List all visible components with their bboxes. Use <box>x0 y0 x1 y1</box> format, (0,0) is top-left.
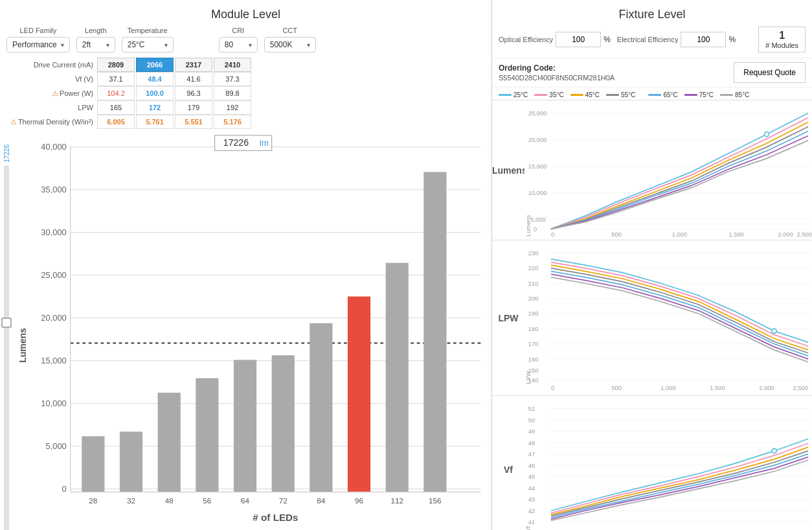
lpw-chart-row: LPW 230 220 210 200 190 180 170 160 150 … <box>492 240 812 395</box>
cri-select[interactable]: 80 ▾ <box>219 37 258 52</box>
power-label: ⚠Power (W) <box>6 86 97 100</box>
y-axis-label: Lumens <box>17 328 28 363</box>
legend-85c: 85°C <box>720 91 749 98</box>
bar-96[interactable] <box>348 297 370 492</box>
bar-64[interactable] <box>234 360 256 492</box>
slider-thumb[interactable] <box>1 317 12 328</box>
led-family-select[interactable]: Performance ▾ <box>6 37 70 52</box>
bar-48[interactable] <box>158 393 181 492</box>
svg-text:40,000: 40,000 <box>41 142 66 152</box>
lumens-label: Lumens <box>492 165 524 176</box>
svg-text:20,000: 20,000 <box>41 313 66 323</box>
svg-text:LPW: LPW <box>525 371 532 384</box>
temperature-select[interactable]: 25°C ▾ <box>122 37 174 52</box>
svg-point-106 <box>772 449 776 454</box>
temperature-arrow: ▾ <box>164 41 168 49</box>
lpw-chart: 230 220 210 200 190 180 170 160 150 140 <box>524 243 812 393</box>
legend-45c: 45°C <box>570 91 600 98</box>
modules-button[interactable]: 1 # Modules <box>758 27 806 52</box>
lpw-2410: 192 <box>214 100 251 115</box>
temperature-control: Temperature 25°C ▾ <box>122 27 174 52</box>
svg-text:200: 200 <box>528 296 539 303</box>
svg-text:49: 49 <box>528 428 535 435</box>
thermal-2317: 5.551 <box>175 115 212 129</box>
lpw-2066: 172 <box>136 100 174 115</box>
svg-text:15,000: 15,000 <box>528 163 547 170</box>
lumens-chart-row: Lumens 25,000 20,000 15,000 10,000 5,000… <box>492 100 812 240</box>
ordering-code-label: Ordering Code: <box>499 63 615 73</box>
electrical-efficiency-input[interactable] <box>681 32 726 47</box>
temperature-label: Temperature <box>128 27 168 34</box>
bar-72[interactable] <box>272 355 295 492</box>
svg-text:72: 72 <box>279 496 288 505</box>
bar-chart-area: 17226 Lumens <box>0 132 491 530</box>
length-select[interactable]: 2ft ▾ <box>76 37 115 52</box>
svg-text:2,500: 2,500 <box>793 385 808 391</box>
data-col-2809: 2809 37.1 104.2 165 6.005 <box>97 58 135 129</box>
lumens-chart: 25,000 20,000 15,000 10,000 5,000 0 <box>524 103 812 237</box>
vf-2410: 37.3 <box>214 72 251 86</box>
svg-text:lm: lm <box>260 138 269 148</box>
vf-2066: 48.4 <box>136 72 174 86</box>
charts-section: Lumens 25,000 20,000 15,000 10,000 5,000… <box>492 100 812 530</box>
length-arrow: ▾ <box>106 41 109 49</box>
header-2809[interactable]: 2809 <box>97 58 135 72</box>
svg-text:0: 0 <box>534 226 537 233</box>
power-warn-icon: ⚠ <box>52 89 58 98</box>
svg-text:156: 156 <box>429 496 442 505</box>
led-family-arrow: ▾ <box>61 41 64 49</box>
electrical-efficiency-group: Electrical Efficiency % <box>617 32 736 47</box>
svg-text:2,500: 2,500 <box>797 231 812 237</box>
cct-control: CCT 5000K ▾ <box>264 27 316 52</box>
slider-value: 17226 <box>3 144 10 163</box>
data-col-2410: 2410 37.3 89.8 192 5.176 <box>214 58 251 129</box>
request-quote-button[interactable]: Request Quote <box>734 62 806 83</box>
bar-156[interactable] <box>423 172 446 492</box>
slider-track[interactable] <box>4 165 9 530</box>
svg-text:25,000: 25,000 <box>41 270 66 280</box>
header-2066[interactable]: 2066 <box>136 58 174 72</box>
svg-text:1,500: 1,500 <box>728 231 743 237</box>
legend-label-35c: 35°C <box>549 91 563 98</box>
svg-text:112: 112 <box>390 496 403 505</box>
data-columns: 2809 37.1 104.2 165 6.005 2066 48.4 100.… <box>97 58 251 129</box>
led-family-control: LED Family Performance ▾ <box>6 27 70 52</box>
svg-text:2,000: 2,000 <box>778 231 793 237</box>
legend-65c: 65°C <box>648 91 677 98</box>
svg-text:45: 45 <box>528 474 535 480</box>
lpw-2317: 179 <box>175 100 212 115</box>
bar-32[interactable] <box>120 432 142 492</box>
modules-value: 1 <box>765 30 798 41</box>
bar-56[interactable] <box>196 378 218 492</box>
svg-text:43: 43 <box>528 497 535 503</box>
bar-112[interactable] <box>386 263 409 492</box>
bar-84[interactable] <box>310 323 332 492</box>
thermal-density-label: ⚠Thermal Density (W/in²) <box>6 115 97 129</box>
vf-svg: 51 50 49 48 47 46 45 44 43 42 41 <box>524 398 812 530</box>
cri-control: CRI 80 ▾ <box>219 27 258 52</box>
cct-select[interactable]: 5000K ▾ <box>264 37 316 52</box>
legend-dot-25c <box>499 94 512 96</box>
svg-point-48 <box>764 132 769 137</box>
svg-text:30,000: 30,000 <box>41 227 66 237</box>
vf-2317: 41.6 <box>175 72 212 86</box>
header-2317[interactable]: 2317 <box>175 58 212 72</box>
electrical-efficiency-label: Electrical Efficiency <box>617 36 679 43</box>
svg-text:5,000: 5,000 <box>530 216 545 223</box>
power-2066: 100.0 <box>136 86 174 100</box>
thermal-warn-icon: ⚠ <box>10 118 17 126</box>
header-2410[interactable]: 2410 <box>214 58 251 72</box>
svg-text:190: 190 <box>528 311 539 317</box>
legend-dot-75c <box>684 94 697 96</box>
modules-label: # Modules <box>765 41 798 49</box>
svg-text:170: 170 <box>528 341 539 348</box>
optical-efficiency-input[interactable] <box>556 32 601 47</box>
svg-text:500: 500 <box>611 231 622 237</box>
bar-28[interactable] <box>82 436 104 492</box>
svg-text:5,000: 5,000 <box>46 441 67 451</box>
svg-point-76 <box>772 329 776 334</box>
svg-text:2,000: 2,000 <box>759 385 774 391</box>
svg-text:51: 51 <box>528 406 535 412</box>
cct-arrow: ▾ <box>307 41 310 49</box>
svg-text:Vf: Vf <box>525 526 532 530</box>
